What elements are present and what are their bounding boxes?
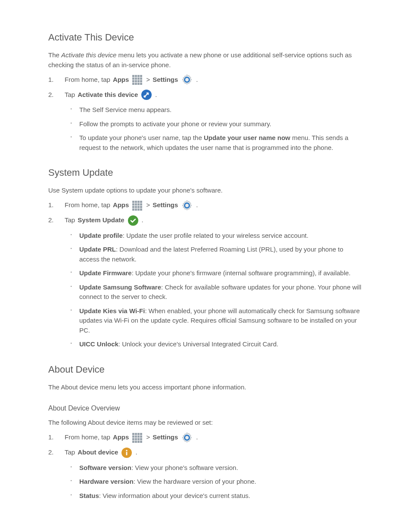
item-title: Update Samsung Software xyxy=(79,283,161,291)
svg-rect-40 xyxy=(132,436,134,438)
svg-rect-31 xyxy=(135,208,137,211)
text: To update your phone's user name, tap th… xyxy=(79,134,204,141)
svg-rect-20 xyxy=(137,201,140,203)
svg-rect-2 xyxy=(137,75,140,77)
item-desc: : Unlock your device's Universal Integra… xyxy=(118,340,278,348)
about-device-icon xyxy=(121,447,133,459)
svg-rect-21 xyxy=(140,201,142,203)
system-update-description: Use System update options to update your… xyxy=(48,186,363,196)
svg-rect-30 xyxy=(132,208,134,211)
text: > xyxy=(146,200,150,210)
svg-rect-42 xyxy=(137,436,140,438)
list-item: To update your phone's user name, tap th… xyxy=(69,133,363,152)
text: . xyxy=(196,200,198,210)
about-step2: 2. Tap About device . xyxy=(48,447,363,459)
text: Tap xyxy=(65,448,75,457)
svg-rect-14 xyxy=(137,83,140,85)
svg-rect-24 xyxy=(137,203,140,205)
svg-rect-7 xyxy=(140,78,142,80)
settings-label: Settings xyxy=(153,75,178,85)
system-update-icon xyxy=(127,215,139,227)
settings-label: Settings xyxy=(153,200,178,210)
about-device-heading: About Device xyxy=(48,362,363,376)
svg-rect-10 xyxy=(137,80,140,82)
svg-rect-48 xyxy=(132,441,134,443)
about-overview-subhead: About Device Overview xyxy=(48,403,363,414)
svg-rect-32 xyxy=(137,208,140,211)
text: From home, tap xyxy=(65,200,110,210)
svg-rect-47 xyxy=(140,438,142,440)
text: . xyxy=(155,90,157,100)
system-update-label: System Update xyxy=(78,215,124,225)
item-desc: : Update your phone's firmware (internal… xyxy=(132,269,351,277)
item-title: Software version xyxy=(79,464,131,471)
list-item: Update Firmware: Update your phone's fir… xyxy=(69,268,363,278)
step-number: 1. xyxy=(48,200,62,210)
apps-label: Apps xyxy=(113,432,129,442)
svg-rect-29 xyxy=(140,206,142,208)
svg-rect-4 xyxy=(132,78,134,80)
text: > xyxy=(146,75,150,85)
text: From home, tap xyxy=(65,432,110,442)
text: Tap xyxy=(65,90,75,100)
item-desc: : View information about your device's c… xyxy=(99,492,250,499)
item-desc: : View your phone's software version. xyxy=(131,464,238,471)
apps-label: Apps xyxy=(113,75,129,85)
about-step1: 1. From home, tap Apps > Settings . xyxy=(48,431,363,444)
svg-rect-12 xyxy=(132,83,134,85)
svg-rect-28 xyxy=(137,206,140,208)
apps-icon xyxy=(131,199,143,212)
text-italic: Activate this device xyxy=(61,51,116,59)
text: . xyxy=(135,448,137,457)
svg-rect-36 xyxy=(132,433,134,435)
svg-rect-27 xyxy=(135,206,137,208)
list-item: Follow the prompts to activate your phon… xyxy=(69,119,363,129)
text: From home, tap xyxy=(65,75,110,85)
text: . xyxy=(196,75,198,85)
step-number: 1. xyxy=(48,75,62,85)
svg-rect-3 xyxy=(140,75,142,77)
svg-rect-33 xyxy=(140,208,142,211)
svg-rect-39 xyxy=(140,433,142,435)
sysupdate-options: Update profile: Update the user profile … xyxy=(48,231,363,349)
activate-substeps: The Self Service menu appears. Follow th… xyxy=(48,105,363,152)
activate-step2: 2. Tap Activate this device . xyxy=(48,89,363,101)
svg-rect-38 xyxy=(137,433,140,435)
update-username-label: Update your user name now xyxy=(204,134,290,141)
step-number: 2. xyxy=(48,215,62,225)
activate-step1: 1. From home, tap Apps > Settings . xyxy=(48,73,363,86)
svg-rect-41 xyxy=(135,436,137,438)
svg-rect-44 xyxy=(132,438,134,440)
svg-rect-0 xyxy=(132,75,134,77)
svg-rect-6 xyxy=(137,78,140,80)
svg-rect-49 xyxy=(135,441,137,443)
svg-point-54 xyxy=(126,450,128,451)
item-title: Update Kies via Wi-Fi xyxy=(79,307,145,314)
step-number: 2. xyxy=(48,448,62,457)
svg-rect-51 xyxy=(140,441,142,443)
svg-rect-55 xyxy=(126,452,128,455)
item-title: UICC Unlock xyxy=(79,340,118,348)
svg-rect-37 xyxy=(135,433,137,435)
text: The xyxy=(48,51,61,59)
list-item: Update PRL: Download and the latest Pref… xyxy=(69,245,363,264)
svg-rect-8 xyxy=(132,80,134,82)
about-overview-description: The following About device items may be … xyxy=(48,418,363,428)
svg-rect-18 xyxy=(132,201,134,203)
apps-icon xyxy=(131,74,143,86)
svg-rect-5 xyxy=(135,78,137,80)
activate-device-icon xyxy=(140,89,153,101)
step-number: 1. xyxy=(48,432,62,442)
svg-rect-13 xyxy=(135,83,137,85)
svg-rect-46 xyxy=(137,438,140,440)
item-title: Update profile xyxy=(79,232,123,239)
activate-heading: Activate This Device xyxy=(48,30,363,44)
svg-rect-50 xyxy=(137,441,140,443)
item-title: Update PRL xyxy=(79,246,116,253)
svg-rect-9 xyxy=(135,80,137,82)
list-item: The Self Service menu appears. xyxy=(69,105,363,115)
settings-icon xyxy=(181,199,193,212)
text: . xyxy=(196,432,198,442)
system-update-heading: System Update xyxy=(48,165,363,180)
list-item: Update Kies via Wi-Fi: When enabled, you… xyxy=(69,306,363,336)
